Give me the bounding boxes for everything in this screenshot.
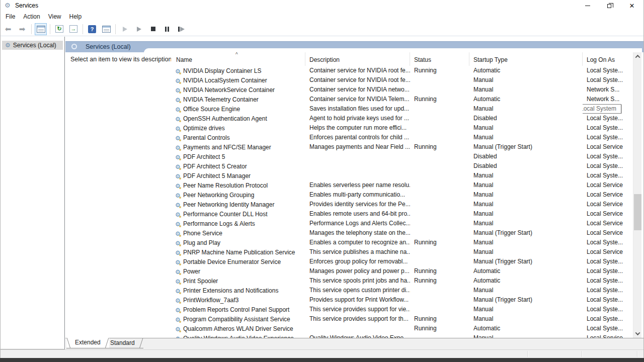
- start-service-button-disabled[interactable]: [119, 23, 131, 35]
- service-name: Peer Networking Identity Manager: [183, 201, 274, 208]
- service-gear-icon: ⚙: [175, 269, 181, 275]
- service-row[interactable]: ⚙ Performance Counter DLL Host Enables r…: [171, 209, 633, 219]
- restart-service-button[interactable]: [175, 23, 187, 35]
- service-log-on-as: Local Syste...: [583, 266, 633, 276]
- export-list-button[interactable]: →: [67, 23, 79, 35]
- refresh-button[interactable]: ↻: [53, 23, 65, 35]
- service-row[interactable]: ⚙ OpenSSH Authentication Agent Agent to …: [171, 114, 633, 123]
- service-status: [410, 228, 469, 238]
- service-row[interactable]: ⚙ Portable Device Enumerator Service Enf…: [171, 257, 633, 266]
- menu-help[interactable]: Help: [65, 12, 86, 22]
- scroll-up-button[interactable]: [633, 52, 642, 61]
- service-row[interactable]: ⚙ Qualcomm Atheros WLAN Driver Service R…: [171, 324, 633, 333]
- service-name: NVIDIA Telemetry Container: [183, 96, 259, 103]
- service-gear-icon: ⚙: [175, 126, 181, 132]
- service-startup-type: Manual (Trigger Start): [469, 257, 583, 266]
- column-header-startup-type[interactable]: Startup Type: [469, 52, 583, 66]
- service-row[interactable]: ⚙ PDF Architect 5 Creator Disabled Local…: [171, 161, 633, 171]
- service-row[interactable]: ⚙ Payments and NFC/SE Manager Manages pa…: [171, 142, 633, 152]
- window-controls: ✕: [577, 0, 643, 11]
- service-row[interactable]: ⚙ Office Source Engine Saves installatio…: [171, 104, 633, 114]
- service-row[interactable]: ⚙ Printer Extensions and Notifications T…: [171, 286, 633, 295]
- restart-icon: [178, 27, 185, 32]
- scroll-down-button[interactable]: [633, 329, 642, 338]
- start-service-button[interactable]: [133, 23, 145, 35]
- service-status: Running: [410, 66, 469, 75]
- service-startup-type: Automatic: [469, 66, 583, 75]
- service-row[interactable]: ⚙ Power Manages power policy and power p…: [171, 266, 633, 276]
- vertical-scrollbar[interactable]: [633, 52, 641, 338]
- close-icon: ✕: [629, 3, 635, 9]
- service-name: Problem Reports Control Panel Support: [183, 306, 289, 313]
- help-button[interactable]: ?: [86, 23, 98, 35]
- service-log-on-as: Local Service: [583, 200, 633, 209]
- service-row[interactable]: ⚙ Parental Controls Enforces parental co…: [171, 133, 633, 142]
- service-row[interactable]: ⚙ Optimize drives Helps the computer run…: [171, 123, 633, 133]
- service-row[interactable]: ⚙ Problem Reports Control Panel Support …: [171, 305, 633, 314]
- service-row[interactable]: ⚙ NVIDIA LocalSystem Container Container…: [171, 75, 633, 85]
- service-description: [305, 152, 410, 161]
- menu-action[interactable]: Action: [19, 12, 44, 22]
- forward-button[interactable]: ➡: [16, 23, 28, 35]
- service-startup-type: Manual: [469, 133, 583, 142]
- service-row[interactable]: ⚙ PDF Architect 5 Disabled Local Syste..…: [171, 152, 633, 161]
- service-description: Container service for NVIDIA root fe...: [305, 66, 410, 75]
- service-row[interactable]: ⚙ Peer Networking Grouping Enables multi…: [171, 190, 633, 200]
- service-gear-icon: ⚙: [175, 240, 181, 246]
- service-row[interactable]: ⚙ NVIDIA Display Container LS Container …: [171, 66, 633, 75]
- scrollbar-thumb[interactable]: [634, 194, 641, 230]
- service-row[interactable]: ⚙ Program Compatibility Assistant Servic…: [171, 314, 633, 324]
- tab-extended[interactable]: Extended: [66, 338, 109, 348]
- column-header-log-on-as[interactable]: Log On As: [583, 52, 633, 66]
- service-startup-type: Manual: [469, 238, 583, 247]
- service-log-on-as: Local Service: [583, 228, 633, 238]
- menu-view[interactable]: View: [44, 12, 65, 22]
- service-row[interactable]: ⚙ Quality Windows Audio Video Experience…: [171, 333, 633, 338]
- service-row[interactable]: ⚙ PDF Architect 5 Manager Manual Local S…: [171, 171, 633, 180]
- service-log-on-as: Local Service: [583, 190, 633, 200]
- service-log-on-as: Local Syste...: [583, 133, 633, 142]
- restore-button[interactable]: [599, 0, 621, 11]
- service-row[interactable]: ⚙ Phone Service Manages the telephony st…: [171, 228, 633, 238]
- service-status: Running: [410, 238, 469, 247]
- service-list-rows: ⚙ NVIDIA Display Container LS Container …: [171, 66, 633, 338]
- properties-window-button[interactable]: [100, 23, 112, 35]
- toolbar-separator: [50, 24, 50, 34]
- service-row[interactable]: ⚙ Plug and Play Enables a computer to re…: [171, 238, 633, 247]
- service-log-on-as: Local Service: [583, 209, 633, 219]
- pause-service-button[interactable]: [161, 23, 173, 35]
- service-gear-icon: ⚙: [175, 212, 181, 218]
- service-status: [410, 209, 469, 219]
- service-row[interactable]: ⚙ PNRP Machine Name Publication Service …: [171, 247, 633, 257]
- service-log-on-as: Local Syste...: [583, 257, 633, 266]
- service-startup-type: Disabled: [469, 114, 583, 123]
- close-button[interactable]: ✕: [621, 0, 643, 11]
- service-row[interactable]: ⚙ Peer Networking Identity Manager Provi…: [171, 200, 633, 209]
- view-tab-strip: Extended Standard: [65, 338, 643, 349]
- service-description: Manages the telephony state on the...: [305, 228, 410, 238]
- service-row[interactable]: ⚙ Peer Name Resolution Protocol Enables …: [171, 180, 633, 190]
- service-row[interactable]: ⚙ Print Spooler This service spools prin…: [171, 276, 633, 286]
- service-name: PrintWorkflow_7aaf3: [183, 297, 239, 304]
- service-row[interactable]: ⚙ NVIDIA NetworkService Container Contai…: [171, 85, 633, 95]
- menu-file[interactable]: File: [2, 12, 19, 22]
- column-header-description[interactable]: Description: [305, 52, 410, 66]
- show-console-tree-button[interactable]: [35, 23, 47, 35]
- tab-standard-label: Standard: [110, 339, 135, 346]
- service-name: NVIDIA NetworkService Container: [183, 86, 275, 94]
- service-name: PDF Architect 5 Manager: [183, 172, 251, 179]
- stop-service-button[interactable]: [147, 23, 159, 35]
- service-status: [410, 219, 469, 228]
- column-header-name[interactable]: Name ^: [171, 52, 305, 66]
- service-gear-icon: ⚙: [175, 87, 181, 94]
- service-row[interactable]: ⚙ NVIDIA Telemetry Container Container s…: [171, 95, 633, 104]
- column-header-status[interactable]: Status: [410, 52, 469, 66]
- service-row[interactable]: ⚙ Performance Logs & Alerts Performance …: [171, 219, 633, 228]
- sidebar-item-services-local[interactable]: ⚙ Services (Local): [2, 41, 63, 50]
- service-row[interactable]: ⚙ PrintWorkflow_7aaf3 Provides support f…: [171, 295, 633, 305]
- back-button[interactable]: ⬅: [2, 23, 14, 35]
- service-description: This service provides support for th...: [305, 314, 410, 324]
- status-bar-separator: [527, 351, 528, 357]
- minimize-button[interactable]: [577, 0, 599, 11]
- service-gear-icon: ⚙: [175, 97, 181, 103]
